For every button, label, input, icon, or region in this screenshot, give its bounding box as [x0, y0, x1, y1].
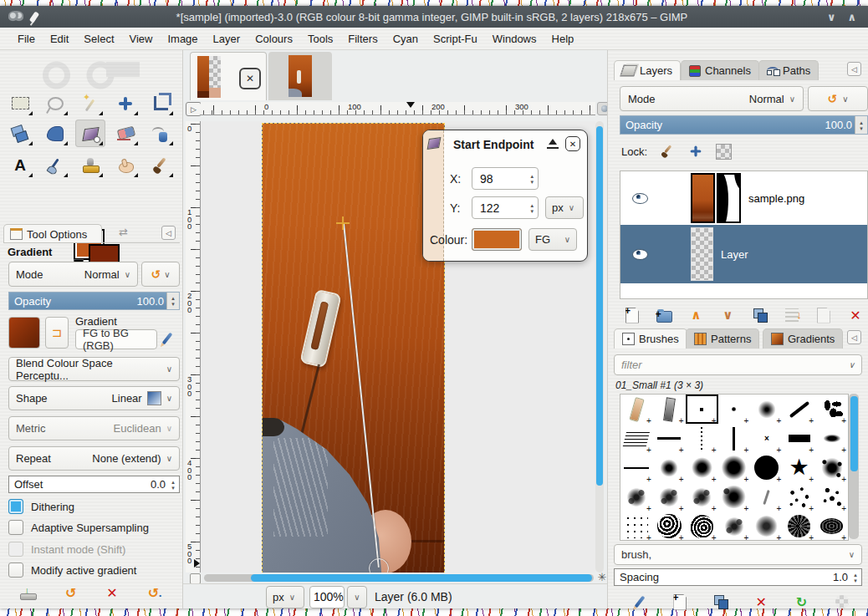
edit-gradient-icon[interactable] — [161, 332, 172, 344]
brush-thumbnail[interactable] — [718, 424, 751, 453]
lock-pixels-icon[interactable] — [661, 145, 674, 158]
checkbox-icon[interactable] — [8, 563, 23, 578]
brush-scrollbar-thumb[interactable] — [850, 396, 858, 471]
tool-crop[interactable] — [146, 89, 176, 117]
brush-thumbnail[interactable] — [686, 395, 718, 424]
menu-item[interactable]: Colours — [248, 29, 300, 48]
repeat-dropdown[interactable]: Repeat None (extend) ∨ — [8, 446, 180, 471]
tool-smudge[interactable] — [110, 151, 140, 179]
tool-rectangle-select[interactable] — [5, 89, 35, 117]
visibility-eye-icon[interactable] — [632, 193, 648, 204]
brush-thumbnail[interactable] — [815, 512, 848, 541]
brush-thumbnail[interactable] — [815, 482, 848, 512]
offset-slider[interactable]: Offset 0.0 ▴▾ — [8, 476, 180, 493]
lower-layer-button[interactable]: ∨ — [715, 304, 740, 326]
brush-thumbnail[interactable] — [686, 424, 718, 453]
close-dialog-icon[interactable]: ✕ — [565, 136, 580, 151]
menu-item[interactable]: Select — [76, 29, 121, 48]
opacity-slider[interactable]: Opacity 100.0 ▴▾ — [8, 292, 180, 310]
brush-grid-scrollbar[interactable] — [849, 394, 859, 539]
brush-thumbnail[interactable] — [815, 453, 848, 482]
tool-text[interactable]: A — [5, 151, 35, 179]
new-layer-group-button[interactable]: + — [651, 304, 677, 326]
delete-layer-button[interactable]: ✕ — [843, 304, 868, 326]
horizontal-ruler[interactable]: 0100200300 — [201, 102, 595, 115]
restore-tool-preset-button[interactable]: ↺ — [65, 585, 76, 601]
menu-item[interactable]: File — [10, 29, 43, 48]
x-input[interactable]: 98 ▴▾ — [472, 167, 539, 190]
brush-thumbnail[interactable] — [783, 512, 815, 541]
brush-thumbnail[interactable] — [718, 453, 751, 482]
layer-mode-reset-button[interactable]: ↺ ∨ — [808, 86, 868, 111]
menu-item[interactable]: Layer — [206, 29, 248, 48]
menu-item[interactable]: Edit — [43, 29, 76, 48]
lock-position-icon[interactable] — [689, 145, 702, 158]
shape-dropdown[interactable]: Shape Linear ∨ — [8, 386, 180, 410]
brush-thumbnail[interactable] — [653, 482, 686, 512]
tool-color-picker[interactable] — [40, 151, 70, 179]
vertical-scrollbar[interactable] — [595, 121, 604, 573]
brush-filter-input[interactable]: filter ∨ — [614, 354, 862, 375]
menu-item[interactable]: View — [122, 29, 161, 48]
tab-paths[interactable]: Paths — [758, 60, 819, 80]
tab-gradients[interactable]: Gradients — [763, 328, 843, 349]
blend-colour-space-dropdown[interactable]: Blend Colour Space Perceptu... ∨ — [8, 357, 180, 381]
offset-spinner[interactable]: ▴▾ — [167, 476, 179, 492]
save-tool-preset-button[interactable]: ↓ — [20, 587, 35, 600]
brush-thumbnail[interactable] — [815, 395, 848, 424]
mode-reset-button[interactable]: ↺ ∨ — [141, 262, 180, 287]
tool-paths[interactable] — [146, 120, 176, 147]
brush-thumbnail[interactable] — [686, 453, 718, 482]
brush-thumbnail[interactable] — [620, 395, 653, 424]
status-unit-dropdown[interactable]: px ∨ — [266, 586, 304, 608]
gradient-select[interactable]: FG to BG (RGB) — [75, 329, 157, 349]
menu-item[interactable]: Cyan — [385, 29, 426, 48]
image-canvas[interactable] — [263, 124, 444, 573]
brush-thumbnail[interactable] — [620, 482, 653, 512]
brush-thumbnail[interactable] — [653, 512, 686, 541]
layer-opacity-slider[interactable]: Opacity 100.0 ▴▾ — [620, 115, 868, 135]
visibility-eye-icon[interactable] — [632, 249, 648, 260]
reset-tool-options-button[interactable]: ↺• — [148, 585, 161, 601]
brush-thumbnail[interactable] — [750, 512, 783, 541]
metric-dropdown[interactable]: Metric Euclidean ∨ — [8, 416, 180, 440]
vertical-ruler[interactable]: 01 0 02 0 03 0 04 0 05 0 0 — [186, 121, 201, 573]
tool-clone[interactable] — [75, 151, 105, 179]
tool-free-select[interactable] — [40, 89, 70, 117]
tool-options-tab[interactable]: Tool Options — [3, 224, 102, 243]
menu-item[interactable]: Script-Fu — [426, 29, 485, 48]
new-brush-button[interactable]: + — [667, 591, 692, 613]
brush-thumbnail[interactable] — [750, 424, 783, 453]
dithering-checkbox-row[interactable]: Dithering — [8, 499, 74, 514]
vertical-scrollbar-thumb[interactable] — [596, 126, 603, 486]
paint-mode-dropdown[interactable]: Mode Normal ∨ — [8, 262, 138, 287]
unit-dropdown[interactable]: px ∨ — [545, 196, 584, 219]
menu-item[interactable]: Tools — [300, 29, 340, 48]
layers-configure-button[interactable]: ◁ — [847, 62, 861, 76]
spacing-spinner[interactable]: ▴▾ — [850, 569, 861, 585]
brushes-configure-button[interactable]: ◁ — [847, 330, 861, 344]
layer-mode-dropdown[interactable]: Mode Normal ∨ — [620, 86, 804, 111]
layer-opacity-spinner[interactable]: ▴▾ — [855, 116, 867, 134]
tool-warp-transform[interactable] — [40, 120, 70, 147]
brush-thumbnail[interactable] — [620, 424, 653, 453]
close-tab-icon[interactable]: ✕ — [239, 68, 261, 89]
colour-source-dropdown[interactable]: FG ∨ — [528, 228, 577, 251]
brush-thumbnail[interactable] — [686, 482, 718, 512]
tab-channels[interactable]: Channels — [681, 60, 759, 80]
adaptive-supersampling-checkbox-row[interactable]: Adaptive Supersampling — [8, 520, 149, 535]
title-bar[interactable]: *[sample] (imported)-3.0 (RGB colour 8-b… — [0, 6, 868, 28]
brush-thumbnail[interactable] — [653, 395, 686, 424]
layer-row-sample[interactable]: sample.png — [620, 171, 867, 225]
raise-layer-button[interactable]: ∧ — [683, 304, 708, 326]
brush-thumbnail[interactable] — [815, 424, 848, 453]
menu-item[interactable]: Image — [160, 29, 205, 48]
gradient-end-handle[interactable] — [369, 558, 389, 573]
checkbox-icon[interactable] — [8, 520, 23, 535]
modify-active-gradient-checkbox-row[interactable]: Modify active gradient — [8, 563, 136, 578]
new-layer-button[interactable]: + — [620, 304, 645, 326]
tool-move[interactable] — [110, 89, 140, 117]
spacing-slider[interactable]: Spacing 1.0 ▴▾ — [614, 568, 862, 586]
gradient-preview-swatch[interactable] — [8, 317, 40, 349]
lock-alpha-icon[interactable] — [716, 144, 732, 160]
